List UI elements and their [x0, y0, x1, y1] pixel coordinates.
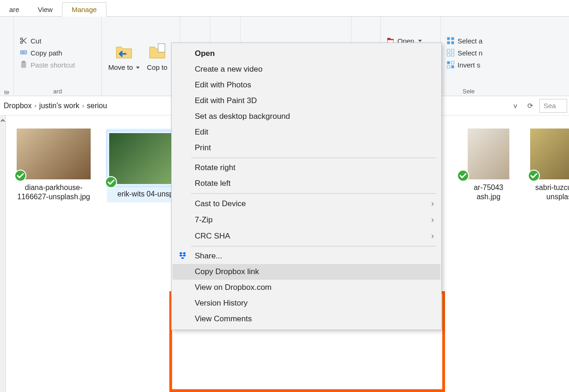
- svg-rect-14: [451, 37, 454, 40]
- copy-to-icon: [147, 41, 167, 61]
- scroll-up-icon[interactable]: [0, 116, 6, 126]
- svg-rect-5: [158, 43, 165, 52]
- svg-rect-15: [447, 42, 450, 44]
- copy-path-label: Copy path: [31, 49, 62, 57]
- file-name: erik-wits 04-unspl: [118, 190, 175, 199]
- file-name: ar-75043 ash.jpg: [463, 183, 514, 202]
- ribbon-caption-organize: [105, 93, 176, 95]
- svg-rect-19: [447, 54, 450, 56]
- refresh-button[interactable]: ⟳: [525, 100, 536, 111]
- copy-to-label: Cop to: [147, 63, 167, 71]
- select-none-label: Select n: [458, 49, 482, 57]
- breadcrumb-sep: ›: [34, 102, 36, 109]
- search-input[interactable]: Sea: [539, 99, 567, 113]
- ctx-set-background[interactable]: Set as desktop background: [173, 109, 440, 124]
- svg-rect-3: [21, 61, 26, 68]
- breadcrumb-sep: ›: [82, 102, 84, 109]
- chevron-down-icon: [418, 40, 422, 42]
- file-thumbnail: [468, 129, 509, 179]
- svg-rect-23: [447, 66, 450, 68]
- ctx-separator: [191, 246, 437, 246]
- sync-ok-icon: [14, 169, 27, 182]
- select-all-icon: [446, 37, 455, 45]
- ctx-edit-photos[interactable]: Edit with Photos: [173, 77, 440, 93]
- invert-selection-icon: [446, 61, 455, 69]
- ctx-cast-to-device[interactable]: Cast to Device›: [173, 196, 440, 212]
- select-all-label: Select a: [458, 37, 482, 45]
- chevron-down-icon: [136, 67, 140, 69]
- file-item[interactable]: diana-parkhouse-1166627-unsplash.jpg: [14, 129, 93, 202]
- cut-label: Cut: [31, 37, 41, 45]
- sync-ok-icon: [527, 169, 540, 182]
- file-name: diana-parkhouse-1166627-unsplash.jpg: [14, 183, 93, 202]
- tab-share[interactable]: are: [0, 3, 29, 16]
- move-to-icon: [114, 41, 134, 61]
- ribbon-caption-select: Sele: [445, 86, 493, 95]
- ctx-rotate-left[interactable]: Rotate left: [173, 176, 440, 191]
- ctx-share[interactable]: Share...: [173, 248, 440, 264]
- invert-selection-label: Invert s: [458, 61, 480, 69]
- ctx-separator: [191, 193, 437, 194]
- ctx-view-comments[interactable]: View Comments: [173, 311, 440, 327]
- move-to-button[interactable]: Move to: [105, 19, 142, 93]
- cut-button[interactable]: Cut: [18, 36, 77, 46]
- chevron-right-icon: ›: [431, 231, 434, 241]
- ribbon-caption-te: te: [1, 87, 12, 96]
- copy-path-icon: [19, 49, 28, 57]
- tab-manage[interactable]: Manage: [62, 2, 106, 17]
- breadcrumb-item[interactable]: seriou: [87, 102, 107, 110]
- ctx-edit[interactable]: Edit: [173, 124, 440, 140]
- window-tabs: are View Manage: [0, 0, 569, 17]
- svg-rect-24: [451, 66, 454, 68]
- svg-point-0: [20, 38, 23, 40]
- ribbon-caption-clipboard: ard: [18, 86, 98, 95]
- ctx-7zip[interactable]: 7-Zip›: [173, 212, 440, 228]
- breadcrumb-item[interactable]: justin's work: [39, 102, 80, 110]
- ctx-separator: [191, 158, 437, 158]
- chevron-right-icon: ›: [431, 199, 434, 208]
- svg-rect-16: [451, 42, 454, 44]
- svg-rect-17: [447, 49, 450, 52]
- svg-rect-4: [22, 61, 25, 62]
- breadcrumb-item[interactable]: Dropbox: [4, 102, 31, 110]
- select-none-button[interactable]: Select n: [445, 48, 484, 58]
- paste-shortcut-button[interactable]: Paste shortcut: [18, 60, 77, 70]
- file-item[interactable]: sabri-tuzcu-213 60-unsplash.jpg: [528, 129, 569, 202]
- copy-path-button[interactable]: Copy path: [18, 48, 77, 58]
- ctx-create-video[interactable]: Create a new video: [173, 61, 440, 77]
- vertical-scrollbar[interactable]: [0, 116, 6, 392]
- tab-view[interactable]: View: [29, 3, 62, 16]
- dropbox-icon: [178, 251, 188, 261]
- search-placeholder: Sea: [544, 102, 556, 110]
- address-dropdown[interactable]: v: [510, 100, 521, 111]
- ctx-copy-dropbox-link[interactable]: Copy Dropbox link: [173, 264, 440, 280]
- ctx-view-on-dropbox[interactable]: View on Dropbox.com: [173, 280, 440, 295]
- file-item[interactable]: ar-75043 ash.jpg: [463, 129, 514, 202]
- svg-rect-20: [451, 54, 454, 56]
- invert-selection-button[interactable]: Invert s: [445, 60, 484, 70]
- svg-rect-21: [447, 61, 450, 64]
- svg-rect-13: [447, 37, 450, 40]
- svg-rect-18: [451, 49, 454, 52]
- file-thumbnail: [17, 129, 91, 179]
- svg-point-1: [20, 42, 23, 44]
- paste-shortcut-label: Paste shortcut: [31, 61, 75, 69]
- sync-ok-icon: [457, 169, 470, 182]
- ctx-open[interactable]: Open: [173, 46, 440, 61]
- context-menu: Open Create a new video Edit with Photos…: [171, 43, 442, 330]
- svg-rect-22: [451, 61, 454, 64]
- move-to-label: Move to: [108, 63, 133, 71]
- ctx-version-history[interactable]: Version History: [173, 295, 440, 311]
- select-none-icon: [446, 49, 455, 57]
- sync-ok-icon: [105, 176, 118, 189]
- chevron-right-icon: ›: [431, 215, 434, 225]
- paste-shortcut-icon: [19, 61, 28, 69]
- ctx-edit-paint3d[interactable]: Edit with Paint 3D: [173, 93, 440, 109]
- scissors-icon: [19, 37, 28, 45]
- ctx-rotate-right[interactable]: Rotate right: [173, 160, 440, 176]
- ctx-print[interactable]: Print: [173, 140, 440, 156]
- file-name: sabri-tuzcu-213 60-unsplash.jpg: [528, 183, 569, 202]
- ctx-crc-sha[interactable]: CRC SHA›: [173, 228, 440, 244]
- copy-to-button[interactable]: Cop to: [144, 19, 170, 93]
- select-all-button[interactable]: Select a: [445, 36, 484, 46]
